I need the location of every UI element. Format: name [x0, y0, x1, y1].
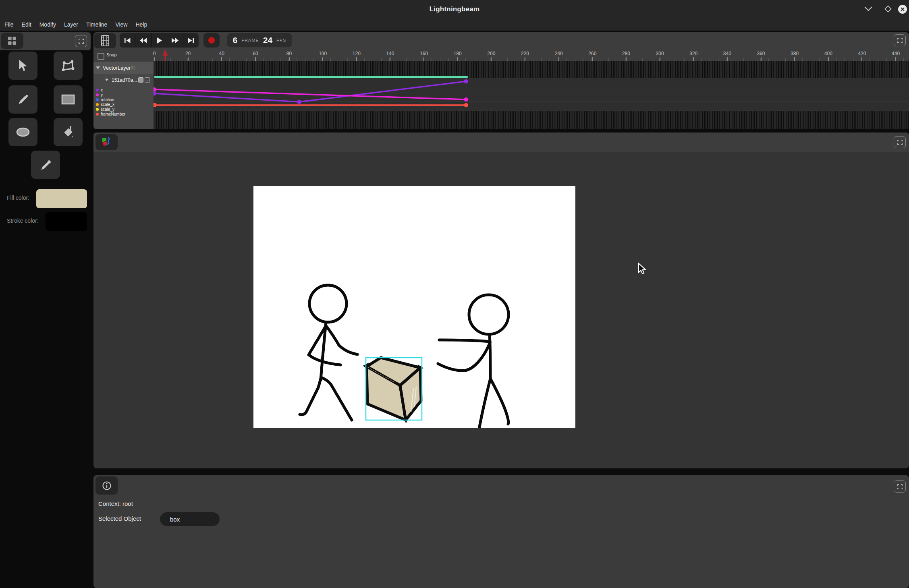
toolbox-expand-button[interactable] — [75, 35, 87, 47]
property-color-dot — [96, 93, 99, 96]
select-tool-button[interactable] — [8, 52, 37, 80]
stick-figure-right[interactable] — [438, 295, 508, 427]
ellipse-tool-button[interactable] — [8, 118, 37, 146]
stage-drawing — [253, 186, 575, 428]
info-expand-button[interactable] — [894, 480, 906, 493]
close-icon[interactable] — [898, 4, 907, 14]
info-button[interactable] — [95, 476, 118, 495]
property-label: scale_y — [101, 107, 114, 112]
transform-tool-button[interactable] — [54, 52, 83, 80]
paint-bucket-icon — [62, 125, 75, 139]
collapse-arrow-icon[interactable] — [96, 66, 100, 69]
rectangle-icon — [61, 94, 75, 105]
property-row-frameNumber[interactable]: frameNumber — [96, 112, 152, 116]
pencil-tool-button[interactable] — [8, 85, 37, 114]
menu-bar: FileEditModifyLayerTimelineViewHelp — [0, 18, 909, 31]
property-list: xyrotationscale_xscale_yframeNumber — [96, 87, 152, 116]
property-row-x[interactable]: x — [96, 87, 152, 92]
menu-view[interactable]: View — [115, 21, 127, 28]
property-color-dot — [96, 113, 99, 116]
property-color-dot — [96, 98, 99, 101]
info-icon — [102, 481, 112, 491]
menu-timeline[interactable]: Timeline — [86, 21, 107, 28]
window-title: Lightningbeam — [430, 5, 479, 13]
maximize-icon[interactable] — [883, 4, 893, 13]
object-tilde-button[interactable]: ~ — [145, 77, 150, 83]
stroke-color-swatch[interactable] — [46, 212, 87, 231]
curve-y[interactable] — [154, 89, 466, 99]
grid-icon — [8, 36, 17, 45]
menu-modify[interactable]: Modify — [39, 21, 56, 28]
stage-panel — [93, 133, 909, 468]
layer-panel: VectorLayer [L] 151ad70a... ~ xyrotation… — [93, 62, 154, 129]
shapes-button[interactable] — [95, 134, 118, 150]
playhead-arrow[interactable] — [163, 49, 168, 56]
expand-icon — [897, 140, 903, 145]
property-label: scale_x — [101, 102, 114, 107]
info-panel: Context: root Selected Object box — [93, 475, 909, 588]
timeline-panel: 6 FRAME 24 FPS Snap 02040608010012014016… — [93, 32, 909, 129]
menu-help[interactable]: Help — [135, 21, 147, 28]
object-visibility-button[interactable] — [138, 77, 143, 83]
eyedropper-tool-button[interactable] — [31, 151, 60, 179]
menu-edit[interactable]: Edit — [22, 21, 31, 28]
fill-color-label: Fill color: — [7, 195, 29, 201]
curve-handle-frameNumber[interactable] — [464, 103, 468, 107]
stage-expand-button[interactable] — [894, 136, 906, 148]
object-row[interactable]: 151ad70a... ~ — [93, 75, 154, 85]
minimize-icon[interactable] — [863, 4, 874, 13]
paint-bucket-tool-button[interactable] — [54, 118, 83, 146]
artboard[interactable] — [253, 186, 575, 428]
transform-icon — [61, 59, 75, 72]
rectangle-tool-button[interactable] — [54, 85, 83, 114]
box-object[interactable] — [363, 358, 423, 423]
curve-handle-x[interactable] — [297, 100, 301, 104]
context-text: Context: root — [98, 500, 133, 507]
fill-color-swatch[interactable] — [36, 189, 87, 208]
stage-header — [93, 133, 909, 152]
curve-handle-x[interactable] — [464, 79, 468, 83]
layer-badge: [L] — [131, 66, 135, 70]
layer-name: VectorLayer — [103, 65, 131, 71]
animation-curves[interactable] — [93, 32, 909, 129]
property-row-scale_x[interactable]: scale_x — [96, 102, 152, 107]
cursor-icon — [17, 59, 29, 72]
property-color-dot — [96, 89, 99, 91]
property-color-dot — [96, 108, 99, 111]
mouse-cursor — [638, 263, 648, 275]
expand-icon — [79, 39, 84, 44]
collapse-arrow-icon[interactable] — [105, 79, 109, 81]
stick-figure-left[interactable] — [300, 285, 357, 420]
object-id: 151ad70a... — [112, 77, 137, 83]
ellipse-icon — [16, 127, 30, 137]
property-row-y[interactable]: y — [96, 92, 152, 97]
eyedropper-icon — [39, 158, 52, 171]
property-label: y — [101, 93, 103, 97]
layer-row-vectorlayer[interactable]: VectorLayer [L] — [93, 62, 154, 74]
property-row-scale_y[interactable]: scale_y — [96, 107, 152, 112]
property-color-dot — [96, 103, 99, 106]
title-bar: Lightningbeam — [0, 0, 909, 18]
stroke-color-label: Stroke color: — [7, 217, 39, 224]
menu-layer[interactable]: Layer — [64, 21, 78, 28]
property-label: rotation — [101, 97, 114, 102]
grid-menu-button[interactable] — [1, 33, 23, 49]
selected-object-label: Selected Object — [98, 515, 141, 522]
pencil-icon — [17, 93, 29, 106]
menu-file[interactable]: File — [4, 21, 14, 28]
property-label: x — [101, 88, 103, 92]
property-row-rotation[interactable]: rotation — [96, 97, 152, 102]
selected-object-value: box — [170, 516, 180, 523]
property-label: frameNumber — [101, 112, 125, 116]
shapes-icon — [102, 137, 112, 147]
layer-extent-bar[interactable] — [154, 76, 468, 78]
expand-icon — [897, 484, 903, 489]
selected-object-field[interactable]: box — [160, 512, 220, 526]
curve-handle-y[interactable] — [464, 97, 468, 101]
